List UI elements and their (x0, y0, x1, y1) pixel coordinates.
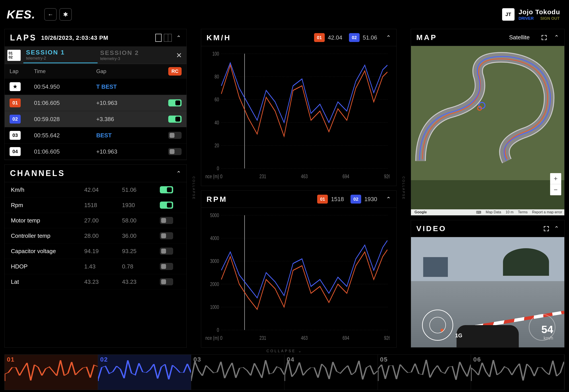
map-title: MAP (416, 33, 437, 42)
channel-v1: 27.00 (84, 217, 122, 224)
map-zoom-in[interactable]: + (550, 173, 561, 184)
lap-gap: +10.963 (96, 99, 168, 106)
channel-toggle[interactable] (160, 278, 173, 285)
back-button[interactable]: ← (44, 8, 57, 21)
map-terms[interactable]: Terms (518, 210, 528, 214)
map-data[interactable]: Map Data (486, 210, 501, 214)
map-mode[interactable]: Satellite (509, 34, 530, 41)
lap-row[interactable]: 03 00:55.642 BEST (5, 127, 186, 143)
channel-v2: 1930 (122, 202, 160, 209)
kmh-badge-01: 01 (314, 33, 325, 42)
kmh-val-02: 51.06 (363, 34, 377, 41)
svg-text:4000: 4000 (210, 235, 219, 241)
lap-toggle[interactable] (168, 115, 182, 123)
svg-text:Distance (m) :: Distance (m) : (206, 335, 221, 341)
lap-toggle[interactable] (168, 132, 182, 139)
kmh-badge-02: 02 (349, 33, 360, 42)
avatar[interactable]: JT (502, 8, 514, 21)
lap-row[interactable]: 04 01:06.605 +10.963 (5, 143, 186, 160)
svg-text:60: 60 (214, 97, 219, 103)
lap-row[interactable]: 02 00:59.028 +3.386 (5, 111, 186, 127)
channel-row[interactable]: Capacitor voltage 94.19 93.25 (5, 244, 186, 259)
lap-row[interactable]: ★ 00:54.950 T BEST (5, 79, 186, 95)
layout-split-icon[interactable] (164, 34, 172, 42)
rc-badge[interactable]: RC (168, 67, 182, 76)
chevron-up-icon[interactable]: ⌃ (554, 225, 559, 232)
channel-toggle[interactable] (160, 186, 173, 193)
map-keyboard-icon[interactable]: ⌨ (476, 210, 481, 214)
channel-name: Rpm (11, 202, 84, 209)
app-logo: KES. (7, 8, 35, 21)
channel-row[interactable]: Rpm 1518 1930 (5, 197, 186, 213)
close-icon[interactable]: ✕ (176, 51, 182, 59)
strip-lap[interactable]: 05 (378, 355, 471, 390)
settings-button[interactable]: ✱ (59, 8, 72, 21)
chevron-up-icon[interactable]: ⌃ (176, 170, 181, 177)
channel-v1: 1.43 (84, 263, 122, 270)
lap-toggle[interactable] (168, 99, 182, 106)
channel-name: HDOP (11, 263, 84, 270)
lap-toggle[interactable] (168, 148, 182, 155)
lap-time: 00:54.950 (34, 83, 96, 90)
channel-toggle[interactable] (160, 248, 173, 255)
channel-v2: 93.25 (122, 248, 160, 255)
lap-time: 01:06.605 (34, 148, 96, 155)
chevron-up-icon[interactable]: ⌃ (176, 34, 181, 41)
chevron-up-icon[interactable]: ⌃ (554, 34, 559, 41)
channel-row[interactable]: Motor temp 27.00 58.00 (5, 213, 186, 228)
channel-v1: 94.19 (84, 248, 122, 255)
chevron-up-icon[interactable]: ⌃ (386, 34, 391, 41)
channel-v1: 43.23 (84, 279, 122, 285)
channel-v1: 42.04 (84, 186, 122, 193)
strip-lap[interactable]: 03 (191, 355, 284, 390)
map-report[interactable]: Report a map error (532, 210, 562, 214)
channel-toggle[interactable] (160, 217, 173, 224)
map-google: Google (414, 210, 427, 214)
collapse-mid[interactable]: COLLAPSE (401, 176, 406, 200)
channel-name: Lat (11, 279, 84, 285)
rpm-chart[interactable]: 0100020003000400050000231463694926Distan… (206, 212, 390, 345)
channel-toggle[interactable] (160, 202, 173, 209)
svg-text:694: 694 (342, 173, 349, 179)
strip-lap[interactable]: 04 (284, 355, 378, 390)
lap-gap: +10.963 (96, 148, 168, 155)
channel-toggle[interactable] (160, 263, 173, 270)
fullscreen-icon[interactable] (543, 225, 550, 232)
strip-lap[interactable]: 06 (471, 355, 564, 390)
svg-text:926: 926 (384, 335, 390, 341)
svg-text:3000: 3000 (210, 258, 219, 264)
session-compare-icon[interactable]: 0102 (7, 50, 21, 61)
lap-row[interactable]: 01 01:06.605 +10.963 (5, 95, 186, 111)
sign-out-link[interactable]: SIGN OUT (540, 16, 560, 21)
kart-icon (456, 325, 519, 347)
channel-toggle[interactable] (160, 232, 173, 239)
strip-lap[interactable]: 01 (5, 355, 98, 390)
map-zoom-out[interactable]: − (550, 184, 561, 195)
collapse-bottom[interactable]: COLLAPSE ⌄ (4, 348, 565, 354)
svg-text:0: 0 (217, 327, 219, 333)
channel-row[interactable]: Km/h 42.04 51.06 (5, 182, 186, 197)
svg-text:0: 0 (217, 165, 219, 171)
chevron-up-icon[interactable]: ⌃ (386, 196, 391, 203)
rpm-title: RPM (206, 195, 227, 204)
strip-lap[interactable]: 02 (98, 355, 191, 390)
lap-gap: T BEST (96, 83, 168, 90)
compass-n: N (541, 314, 544, 319)
lap-badge: 03 (10, 131, 21, 140)
channel-row[interactable]: Lat 43.23 43.23 (5, 274, 186, 290)
layout-single-icon[interactable] (155, 34, 162, 42)
channel-row[interactable]: Controller temp 28.00 36.00 (5, 228, 186, 244)
channels-title: CHANNELS (10, 169, 65, 178)
lap-strip[interactable]: 01 02 03 04 05 06 (4, 354, 565, 390)
video-canvas[interactable]: 1G N 54 km/h (411, 237, 564, 347)
kmh-chart[interactable]: 0204060801000231463694926Distance (m) : (206, 51, 390, 183)
map-canvas[interactable]: + − Google ⌨ Map Data 10 m Terms Report … (411, 46, 564, 215)
collapse-left[interactable]: COLLAPSE (191, 176, 197, 200)
svg-text:100: 100 (212, 51, 219, 57)
channel-row[interactable]: HDOP 1.43 0.78 (5, 259, 186, 274)
fullscreen-icon[interactable] (541, 34, 547, 41)
session-tab-2[interactable]: SESSION 2 telemetry-3 (98, 48, 172, 63)
channel-v1: 1518 (84, 202, 122, 209)
channel-name: Controller temp (11, 232, 84, 239)
session-tab-1[interactable]: SESSION 1 telemetry-2 (23, 47, 98, 63)
